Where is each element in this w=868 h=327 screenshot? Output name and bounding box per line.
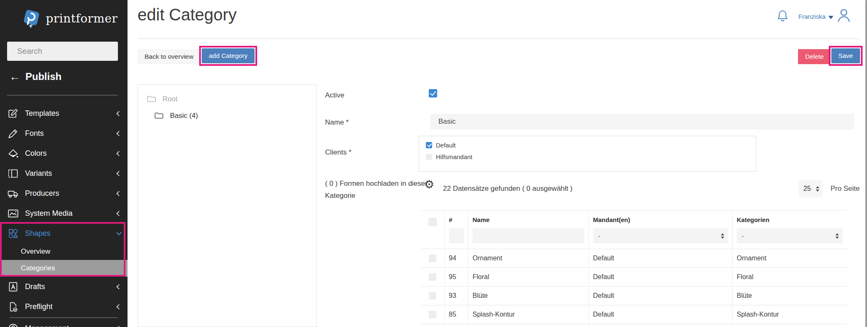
client-label: Hilfsmandant (436, 153, 473, 160)
sidebar-nav: Templates Fonts Colors (0, 103, 128, 327)
client-option-default[interactable]: Default (426, 142, 749, 149)
cell-name[interactable]: Ornament (468, 249, 589, 268)
logo[interactable]: printformer (20, 7, 118, 29)
user-menu-caret-icon[interactable] (828, 16, 833, 19)
sidebar-subitem-overview[interactable]: Overview (0, 243, 128, 260)
select-arrows-icon (721, 233, 724, 239)
folder-icon (154, 110, 164, 121)
client-checkbox[interactable] (426, 142, 432, 148)
per-page-label: Pro Seite (830, 185, 860, 193)
sidebar-item-drafts[interactable]: Drafts (0, 277, 128, 297)
sidebar-subitem-label: Categories (21, 264, 55, 272)
sidebar-item-label: Drafts (25, 282, 111, 291)
sidebar-divider (10, 317, 118, 318)
row-checkbox[interactable] (429, 311, 436, 318)
cell-client: Default (589, 249, 733, 268)
cell-name[interactable]: Blüte (468, 287, 589, 305)
cell-category: Splash-Kontur (733, 305, 847, 324)
pen-icon (7, 128, 19, 139)
client-option-hilfsmandant[interactable]: Hilfsmandant (426, 153, 749, 160)
active-checkbox[interactable] (429, 89, 437, 97)
cell-client: Default (589, 268, 733, 287)
folder-icon (146, 94, 157, 104)
clients-box: Default Hilfsmandant (419, 136, 756, 172)
kategorien-filter-select[interactable]: - (737, 228, 843, 243)
printformer-logo-icon (20, 7, 42, 29)
delete-button[interactable]: Delete (798, 49, 831, 64)
cell-id: 94 (445, 249, 468, 268)
gear-icon[interactable]: ⚙ (424, 179, 434, 190)
row-checkbox[interactable] (429, 273, 436, 281)
sidebar-item-preflight[interactable]: Preflight (0, 297, 128, 317)
table-row (421, 324, 445, 327)
pdf-icon (7, 281, 19, 292)
chevron-left-icon (116, 191, 122, 196)
image-icon (7, 208, 19, 219)
publish-back[interactable]: ← Publish (9, 71, 62, 82)
sidebar-item-producers[interactable]: Producers (0, 183, 128, 203)
cell-category (733, 324, 847, 327)
annotation-box-add-category: add Category (199, 46, 257, 66)
sidebar-item-system-media[interactable]: System Media (0, 203, 128, 223)
tree-node-root[interactable]: Root (146, 94, 316, 104)
back-to-overview-button[interactable]: Back to overview (138, 49, 200, 64)
person-circle-icon (7, 323, 19, 327)
cell-category: Blüte (733, 287, 847, 305)
sidebar-item-label: Colors (25, 149, 111, 158)
cell-name[interactable]: Splash-Kontur (468, 305, 589, 324)
sidebar-subitem-categories[interactable]: Categories (0, 260, 128, 277)
cell-client (589, 324, 733, 327)
sidebar: printformer ← Publish Templates (0, 0, 128, 327)
cell-name[interactable]: Floral (468, 268, 589, 287)
sidebar-item-management[interactable]: Management (0, 318, 128, 327)
sidebar-item-label: Fonts (25, 129, 111, 138)
table-filter-kategorien: - (733, 228, 847, 249)
name-input[interactable] (430, 114, 854, 130)
client-checkbox[interactable] (426, 154, 432, 160)
user-name[interactable]: Franziska (798, 13, 825, 20)
add-category-button[interactable]: add Category (202, 48, 255, 63)
cell-id: 85 (445, 305, 468, 324)
sidebar-item-fonts[interactable]: Fonts (0, 123, 128, 143)
name-filter-input[interactable] (473, 228, 584, 243)
table-row (421, 305, 445, 324)
sidebar-item-variants[interactable]: Variants (0, 163, 128, 183)
main-content: edit Category Franziska Back to overview… (128, 0, 868, 327)
id-filter-input[interactable] (449, 228, 464, 243)
sidebar-item-label: System Media (25, 209, 111, 218)
sidebar-item-label: Preflight (25, 302, 111, 311)
select-all-checkbox[interactable] (428, 218, 437, 226)
per-page-select[interactable]: 25 (799, 180, 823, 197)
notifications-bell-icon[interactable] (776, 9, 789, 22)
cell-id (445, 324, 468, 327)
user-avatar-icon[interactable] (836, 7, 852, 25)
sidebar-item-templates[interactable]: Templates (0, 103, 128, 123)
doc-check-icon (7, 301, 19, 312)
mandant-filter-value: - (598, 232, 600, 240)
table-row (421, 287, 445, 305)
vertical-scrollbar[interactable] (865, 0, 867, 327)
select-arrows-icon (835, 233, 839, 239)
row-checkbox[interactable] (429, 292, 436, 300)
per-page-value: 25 (803, 185, 811, 192)
table-header-name: Name (468, 211, 589, 228)
app-window: printformer ← Publish Templates (0, 0, 868, 327)
table-filter-mandant: - (589, 228, 733, 249)
sidebar-item-shapes[interactable]: Shapes (0, 223, 128, 243)
sidebar-item-colors[interactable]: Colors (0, 143, 128, 163)
tree-node-basic[interactable]: Basic (4) (154, 110, 316, 121)
back-arrow-icon: ← (9, 71, 20, 82)
table-filter-name (468, 228, 589, 249)
cell-id: 93 (445, 287, 468, 305)
table-filter-id (445, 228, 468, 249)
sidebar-item-label: Shapes (25, 229, 111, 238)
sidebar-search[interactable] (7, 42, 118, 61)
sidebar-item-label: Variants (25, 169, 111, 178)
search-input[interactable] (17, 47, 119, 56)
sidebar-divider (7, 95, 118, 95)
table-header-select (421, 211, 445, 228)
mandant-filter-select[interactable]: - (593, 228, 728, 243)
save-button[interactable]: Save (831, 48, 860, 63)
shapes-table: # Name Mandant(en) Kategorien - - 94 Orn… (421, 210, 847, 327)
row-checkbox[interactable] (429, 255, 436, 262)
